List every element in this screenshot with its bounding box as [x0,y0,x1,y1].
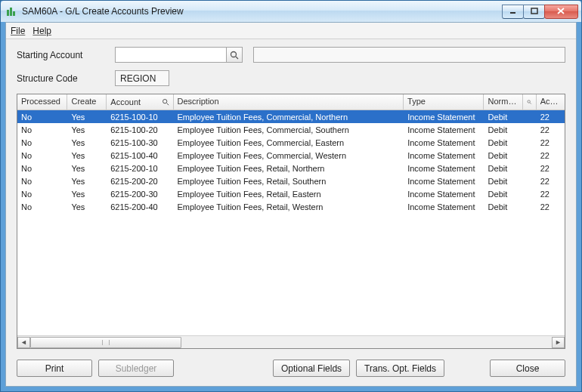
cell: Yes [67,138,107,147]
cell: 22 [537,151,565,160]
minimize-button[interactable] [502,5,524,19]
optional-fields-button[interactable]: Optional Fields [273,360,350,377]
horizontal-scrollbar[interactable]: ◄ ► [17,335,565,348]
cell: Employee Tuition Fees, Retail, Northern [173,164,404,173]
svg-rect-0 [7,10,9,16]
cell: Debit [484,177,524,186]
window-controls [503,5,578,19]
cell: 22 [537,177,565,186]
cell: Employee Tuition Fees, Commercial, South… [173,125,404,134]
cell: Debit [484,138,524,147]
cell: 6215-200-30 [107,190,173,199]
subledger-button: Subledger [98,360,174,377]
cell: Income Statement [404,177,484,186]
cell: 6215-100-10 [107,113,173,122]
svg-rect-4 [531,8,537,14]
svg-line-8 [166,103,169,106]
scroll-left-button[interactable]: ◄ [17,337,30,348]
table-row[interactable]: NoYes6215-200-20Employee Tuition Fees, R… [17,174,565,187]
col-type[interactable]: Type [404,94,484,110]
print-button[interactable]: Print [17,360,92,377]
cell: No [17,138,67,147]
cell: Debit [484,113,524,122]
cell: 6215-100-30 [107,138,173,147]
cell: Employee Tuition Fees, Retail, Eastern [173,190,404,199]
magnifier-icon [162,98,169,106]
cell: Income Statement [404,190,484,199]
cell: 6215-100-20 [107,125,173,134]
col-finder[interactable] [523,94,536,110]
cell: No [17,177,67,186]
cell: Employee Tuition Fees, Commercial, Weste… [173,151,404,160]
table-row[interactable]: NoYes6215-100-40Employee Tuition Fees, C… [17,149,565,162]
titlebar[interactable]: SAM60A - G/L Create Accounts Preview [1,1,581,22]
structure-code-label: Structure Code [17,73,115,84]
menu-help[interactable]: Help [33,26,51,36]
table-row[interactable]: NoYes6215-200-30Employee Tuition Fees, R… [17,187,565,200]
svg-rect-2 [13,11,15,16]
cell: No [17,113,67,122]
cell: Income Statement [404,138,484,147]
menubar: File Help [6,23,576,39]
svg-point-5 [231,51,237,57]
col-processed[interactable]: Processed [17,94,67,110]
cell: Debit [484,125,524,134]
starting-account-row: Starting Account [17,47,565,63]
cell: Yes [67,113,107,122]
starting-account-input[interactable] [115,47,227,63]
col-account-label: Account [110,97,141,106]
cell: Income Statement [404,164,484,173]
close-window-button[interactable] [544,5,578,19]
col-account[interactable]: Account [107,94,173,110]
col-description[interactable]: Description [174,94,404,110]
col-normal[interactable]: Normal ... [484,94,523,110]
table-row[interactable]: NoYes6215-200-10Employee Tuition Fees, R… [17,162,565,174]
scroll-right-button[interactable]: ► [552,337,565,348]
button-row: Print Subledger Optional Fields Trans. O… [17,360,565,377]
magnifier-icon [527,98,531,106]
cell: No [17,202,67,211]
window-title: SAM60A - G/L Create Accounts Preview [22,6,503,17]
col-account-type[interactable]: Acc... [537,94,565,110]
cell: 22 [537,202,565,211]
table-row[interactable]: NoYes6215-100-20Employee Tuition Fees, C… [17,123,565,136]
close-button[interactable]: Close [490,360,565,377]
cell: Employee Tuition Fees, Commercial, North… [173,113,404,122]
scroll-thumb[interactable] [30,337,181,348]
table-row[interactable]: NoYes6215-200-40Employee Tuition Fees, R… [17,200,565,213]
structure-code-row: Structure Code REGION [17,70,565,86]
cell: 22 [537,164,565,173]
cell: Debit [484,190,524,199]
cell: Income Statement [404,113,484,122]
svg-point-7 [163,100,166,103]
table-row[interactable]: NoYes6215-100-30Employee Tuition Fees, C… [17,136,565,149]
svg-point-9 [528,100,530,103]
cell: Income Statement [404,125,484,134]
cell: Yes [67,177,107,186]
scroll-track[interactable] [30,337,552,348]
menu-file[interactable]: File [11,26,25,36]
cell: Employee Tuition Fees, Retail, Southern [173,177,404,186]
cell: Yes [67,125,107,134]
table-row[interactable]: NoYes6215-100-10Employee Tuition Fees, C… [17,110,565,123]
content-area: Starting Account Structure Code REGION P… [6,39,576,386]
cell: Yes [67,151,107,160]
svg-rect-1 [10,8,12,16]
cell: Income Statement [404,151,484,160]
cell: Employee Tuition Fees, Commercial, Easte… [173,138,404,147]
cell: Debit [484,151,524,160]
cell: Yes [67,202,107,211]
starting-account-finder[interactable] [226,47,243,63]
col-create[interactable]: Create [67,94,107,110]
cell: Debit [484,202,524,211]
cell: Debit [484,164,524,173]
trans-opt-fields-button[interactable]: Trans. Opt. Fields [356,360,444,377]
maximize-button[interactable] [523,5,545,19]
cell: Yes [67,164,107,173]
grid-body[interactable]: NoYes6215-100-10Employee Tuition Fees, C… [17,110,565,335]
cell: 6215-200-40 [107,202,173,211]
cell: 6215-100-40 [107,151,173,160]
accounts-grid: Processed Create Account Description Typ… [17,94,565,349]
cell: No [17,125,67,134]
structure-code-value: REGION [115,70,169,86]
